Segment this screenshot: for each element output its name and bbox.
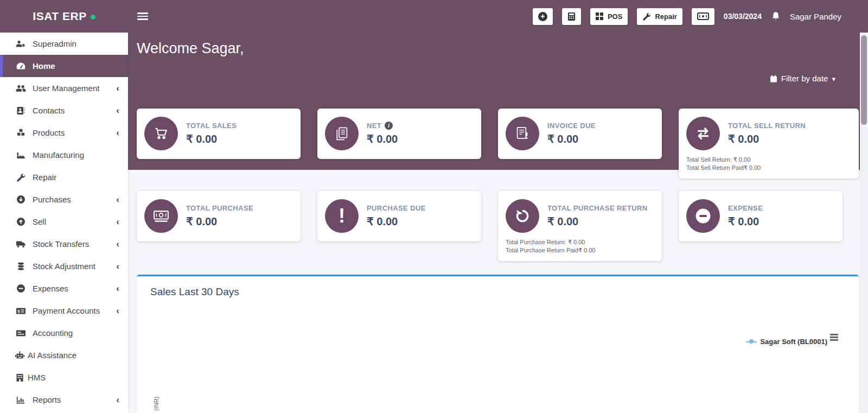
sales-chart-panel: Sales Last 30 Days Sagar Soft (BL0001) ₹… [137, 275, 859, 413]
sidebar-item-label: Purchases [33, 195, 71, 204]
sidebar-item-ai-assistance[interactable]: AI Assistance [0, 344, 128, 366]
cash-register-button[interactable] [692, 8, 714, 25]
sidebar-item-products[interactable]: Products [0, 122, 128, 144]
card-title: EXPENSE [728, 204, 763, 212]
invoice-exclamation-icon [506, 117, 539, 150]
sidebar-item-label: AI Assistance [28, 351, 76, 360]
hospital-icon [14, 373, 25, 382]
calculator-button[interactable] [562, 8, 581, 25]
legend-line-marker-icon [746, 339, 757, 344]
card-value: ₹ 0.00 [728, 132, 806, 145]
minus-circle-icon [15, 284, 27, 293]
stat-cards-row-1: TOTAL SALES ₹ 0.00 NET ₹ 0.00 I [137, 109, 859, 179]
chevron-left-icon [116, 83, 119, 94]
chevron-left-icon [116, 306, 119, 316]
sidebar-item-stock-transfers[interactable]: Stock Transfers [0, 233, 128, 255]
chevron-left-icon [116, 128, 119, 138]
card-title: INVOICE DUE [547, 122, 596, 130]
sidebar-item-label: Home [33, 61, 55, 71]
sidebar-item-label: Payment Accounts [33, 306, 100, 315]
pos-button[interactable]: POS [590, 8, 628, 25]
card-total-purchase: TOTAL PURCHASE ₹ 0.00 [137, 191, 301, 242]
sidebar-item-label: Expenses [33, 284, 68, 293]
card-invoice-due: INVOICE DUE ₹ 0.00 [498, 109, 662, 159]
chevron-left-icon [116, 283, 119, 294]
sidebar-item-label: Reports [33, 395, 61, 404]
app-logo[interactable]: ISAT ERP [0, 10, 128, 23]
banknote-icon [144, 199, 178, 233]
user-menu[interactable]: Sagar Pandey [790, 12, 841, 21]
card-value: ₹ 0.00 [186, 215, 253, 228]
chevron-left-icon [116, 239, 119, 250]
chart-context-menu-icon[interactable] [830, 333, 838, 342]
copy-icon [325, 117, 359, 150]
card-value: ₹ 0.00 [547, 215, 648, 228]
sidebar-item-user-management[interactable]: User Management [0, 77, 128, 99]
sidebar-toggle-icon[interactable] [137, 11, 148, 22]
sidebar-item-label: Stock Transfers [33, 239, 89, 249]
sidebar-item-reports[interactable]: Reports [0, 389, 128, 411]
sidebar-item-label: Sell [33, 217, 46, 226]
robot-icon [14, 351, 25, 359]
notifications-bell-icon[interactable] [771, 11, 781, 21]
welcome-heading: Welcome Sagar, [137, 40, 244, 57]
card-subtext: Total Sell Return: ₹ 0.00 [686, 156, 852, 164]
page-scrollbar[interactable] [860, 33, 868, 413]
add-button[interactable] [533, 8, 553, 25]
sidebar-item-manufacturing[interactable]: Manufacturing [0, 144, 128, 166]
repair-button[interactable]: Repair [637, 8, 682, 25]
card-value: ₹ 0.00 [728, 215, 763, 228]
users-icon [15, 84, 27, 92]
exclamation-icon: ! [325, 199, 359, 233]
arrow-circle-down-icon [15, 195, 27, 204]
dashboard-icon [15, 62, 27, 70]
cart-icon [144, 117, 178, 150]
current-date: 03/03/2024 [724, 12, 762, 21]
sidebar-item-payment-accounts[interactable]: $ Payment Accounts [0, 300, 128, 322]
info-icon[interactable] [385, 122, 393, 130]
sidebar-item-repair[interactable]: Repair [0, 166, 128, 188]
app-logo-text: ISAT ERP [33, 10, 86, 22]
card-total-sell-return: TOTAL SELL RETURN ₹ 0.00 Total Sell Retu… [679, 109, 859, 179]
sidebar-item-superadmin[interactable]: Superadmin [0, 33, 128, 55]
users-gear-icon [15, 40, 27, 48]
sidebar-item-label: Accounting [33, 328, 73, 338]
sidebar-item-label: Products [33, 128, 65, 137]
sidebar-item-accounting[interactable]: Accounting [0, 322, 128, 344]
calculator-icon [567, 12, 576, 21]
chevron-left-icon [116, 217, 119, 227]
pos-button-label: POS [608, 12, 622, 21]
chart-legend-item[interactable]: Sagar Soft (BL0001) [746, 338, 827, 346]
address-book-icon [15, 106, 27, 115]
wrench-icon [15, 173, 27, 182]
card-value: ₹ 0.00 [367, 132, 398, 145]
card-total-purchase-return: TOTAL PURCHASE RETURN ₹ 0.00 Total Purch… [498, 191, 662, 261]
filter-by-date-label: Filter by date [781, 74, 828, 83]
factory-icon [15, 151, 27, 159]
sidebar-item-contacts[interactable]: Contacts [0, 99, 128, 122]
card-title: TOTAL SALES [186, 122, 237, 130]
minus-circle-icon [686, 199, 720, 233]
filter-by-date[interactable]: Filter by date [770, 74, 835, 83]
money-check-icon: $ [15, 308, 27, 314]
legend-label: Sagar Soft (BL0001) [760, 338, 827, 346]
sidebar-item-purchases[interactable]: Purchases [0, 188, 128, 211]
repair-button-label: Repair [655, 12, 676, 21]
sidebar-item-hms[interactable]: HMS [0, 366, 128, 389]
sidebar-item-expenses[interactable]: Expenses [0, 277, 128, 300]
wrench-icon [642, 12, 650, 21]
sidebar-item-label: Stock Adjustment [33, 262, 95, 271]
chevron-left-icon [116, 261, 119, 272]
sidebar-item-label: Contacts [33, 106, 65, 115]
sidebar: Superadmin Home User Management Contacts… [0, 33, 128, 413]
card-title: PURCHASE DUE [367, 204, 426, 212]
cubes-icon [15, 129, 27, 137]
sidebar-item-stock-adjustment[interactable]: Stock Adjustment [0, 255, 128, 277]
card-title: TOTAL SELL RETURN [728, 122, 806, 130]
stat-cards-row-2: TOTAL PURCHASE ₹ 0.00 ! PURCHASE DUE ₹ 0… [137, 191, 859, 261]
sidebar-item-label: User Management [33, 84, 99, 93]
sidebar-item-home[interactable]: Home [0, 55, 128, 77]
scrollbar-thumb[interactable] [861, 35, 867, 125]
sidebar-item-label: Repair [33, 173, 56, 182]
sidebar-item-sell[interactable]: Sell [0, 211, 128, 233]
